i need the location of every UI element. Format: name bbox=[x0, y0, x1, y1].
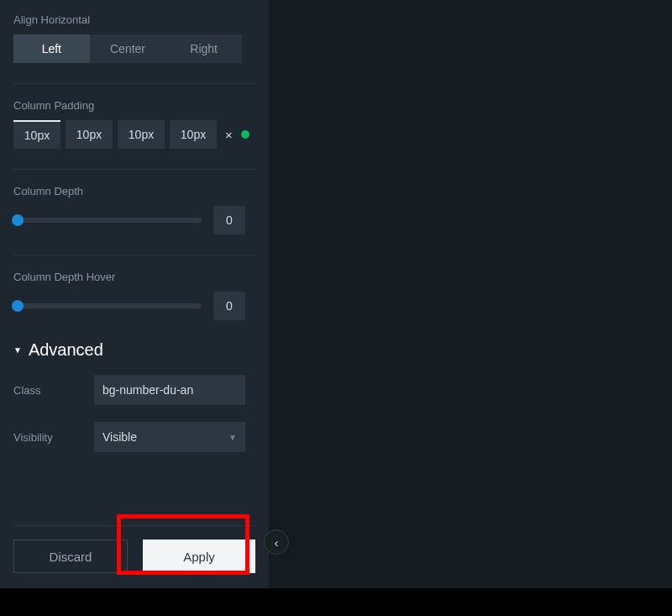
column-depth-hover-value-input[interactable] bbox=[213, 292, 245, 320]
align-horizontal-segmented: Left Center Right bbox=[13, 34, 242, 63]
column-depth-label: Column Depth bbox=[13, 185, 255, 197]
padding-left-input[interactable] bbox=[170, 120, 217, 149]
column-depth-slider-thumb[interactable] bbox=[12, 214, 24, 226]
divider bbox=[13, 83, 255, 84]
align-left-option[interactable]: Left bbox=[13, 34, 90, 63]
align-horizontal-label: Align Horizontal bbox=[13, 13, 255, 26]
close-icon[interactable]: × bbox=[225, 128, 233, 142]
visibility-value: Visible bbox=[102, 430, 137, 444]
visibility-label: Visibility bbox=[13, 431, 94, 444]
align-right-option[interactable]: Right bbox=[165, 34, 242, 63]
padding-right-input[interactable] bbox=[66, 120, 113, 149]
column-depth-slider[interactable] bbox=[13, 218, 202, 223]
column-depth-hover-slider-thumb[interactable] bbox=[12, 300, 24, 312]
divider bbox=[13, 169, 255, 170]
properties-panel: Align Horizontal Left Center Right Colum… bbox=[0, 0, 269, 588]
chevron-down-icon: ▼ bbox=[228, 433, 237, 442]
panel-footer: Discard Apply bbox=[13, 525, 255, 573]
visibility-select[interactable]: Visible ▼ bbox=[94, 422, 245, 452]
chevron-down-icon: ▼ bbox=[13, 345, 22, 355]
column-padding-group: Column Padding × bbox=[13, 99, 255, 149]
column-depth-hover-slider[interactable] bbox=[13, 303, 202, 308]
class-field-row: Class bbox=[13, 375, 255, 405]
column-depth-slider-row bbox=[13, 206, 255, 234]
class-input[interactable] bbox=[94, 375, 245, 405]
align-horizontal-group: Align Horizontal Left Center Right bbox=[13, 13, 255, 63]
link-indicator-icon[interactable] bbox=[241, 130, 249, 139]
column-depth-hover-slider-row bbox=[13, 292, 255, 320]
chevron-left-icon: ‹ bbox=[275, 535, 279, 550]
column-padding-label: Column Padding bbox=[13, 99, 255, 112]
column-depth-value-input[interactable] bbox=[213, 206, 245, 234]
bottom-bar bbox=[0, 588, 672, 616]
divider bbox=[13, 255, 255, 255]
canvas-area bbox=[269, 0, 672, 588]
column-depth-hover-label: Column Depth Hover bbox=[13, 271, 255, 283]
panel-collapse-button[interactable]: ‹ bbox=[264, 529, 289, 555]
padding-top-input[interactable] bbox=[13, 120, 60, 149]
discard-button[interactable]: Discard bbox=[13, 540, 128, 573]
apply-button[interactable]: Apply bbox=[143, 540, 255, 573]
advanced-section-header[interactable]: ▼ Advanced bbox=[13, 340, 255, 360]
advanced-section-title: Advanced bbox=[29, 340, 103, 360]
padding-bottom-input[interactable] bbox=[118, 120, 165, 149]
padding-row: × bbox=[13, 120, 255, 149]
visibility-field-row: Visibility Visible ▼ bbox=[13, 422, 255, 452]
column-depth-group: Column Depth bbox=[13, 185, 255, 234]
align-center-option[interactable]: Center bbox=[90, 34, 166, 63]
column-depth-hover-group: Column Depth Hover bbox=[13, 271, 255, 320]
class-label: Class bbox=[13, 384, 94, 397]
